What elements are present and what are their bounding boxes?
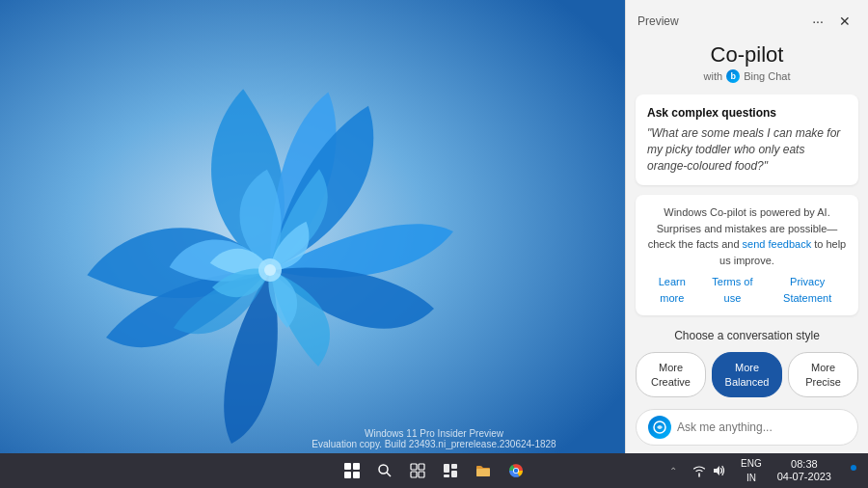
svg-point-2: [264, 264, 276, 276]
region-label: IN: [746, 473, 756, 483]
svg-rect-13: [451, 471, 457, 477]
svg-point-17: [514, 469, 518, 473]
language-label: ENG: [741, 458, 762, 469]
svg-point-4: [379, 465, 388, 474]
svg-point-18: [851, 465, 856, 471]
chat-input-container: [636, 409, 858, 446]
taskbar-center: [339, 457, 529, 484]
taskbar: ⌃ ENG IN 08:38 04-07-2023: [0, 453, 868, 488]
windows-logo-icon: [344, 463, 360, 478]
show-hidden-icons-button[interactable]: ⌃: [664, 464, 683, 478]
clock-area[interactable]: 08:38 04-07-2023: [772, 456, 837, 485]
copilot-close-button[interactable]: ✕: [833, 10, 856, 33]
svg-line-5: [387, 473, 391, 476]
learn-more-link[interactable]: Learn more: [647, 274, 697, 306]
svg-rect-9: [419, 472, 424, 477]
copilot-footer: [626, 401, 868, 453]
copilot-body: Ask complex questions "What are some mea…: [626, 95, 868, 401]
style-more-balanced-button[interactable]: MoreBalanced: [712, 352, 782, 397]
terms-of-use-link[interactable]: Terms of use: [705, 274, 761, 306]
windows-watermark: Windows 11 Pro Insider Preview Evaluatio…: [312, 428, 556, 449]
complex-questions-text: "What are some meals I can make for my p…: [647, 125, 847, 174]
copilot-title: Co-pilot: [711, 42, 784, 68]
notification-icon: [844, 464, 857, 477]
svg-rect-10: [444, 464, 449, 473]
copilot-more-button[interactable]: ···: [806, 10, 829, 33]
clock-time: 08:38: [791, 458, 818, 471]
network-icon: [692, 464, 706, 477]
conversation-style-section: Choose a conversation style MoreCreative…: [636, 325, 858, 401]
svg-rect-11: [451, 464, 457, 469]
file-explorer-button[interactable]: [470, 457, 497, 484]
ai-notice-links: Learn more Terms of use Privacy Statemen…: [647, 274, 847, 306]
privacy-statement-link[interactable]: Privacy Statement: [768, 274, 847, 306]
copilot-title-area: Co-pilot with b Bing Chat: [626, 39, 868, 95]
copilot-panel: Preview ··· ✕ Co-pilot with b Bing Chat …: [625, 0, 868, 453]
copilot-preview-label: Preview: [637, 14, 679, 28]
search-taskbar-button[interactable]: [371, 457, 398, 484]
style-title: Choose a conversation style: [636, 329, 858, 342]
style-buttons-group: MoreCreative MoreBalanced MorePrecise: [636, 352, 858, 397]
copilot-header-actions: ··· ✕: [806, 10, 856, 33]
widgets-button[interactable]: [437, 457, 464, 484]
copilot-chat-icon: [648, 416, 671, 439]
copilot-subtitle: with b Bing Chat: [704, 69, 791, 83]
volume-icon: [712, 464, 725, 477]
system-icons-group[interactable]: [687, 462, 731, 479]
desktop-wallpaper: [0, 0, 627, 453]
style-more-creative-button[interactable]: MoreCreative: [636, 352, 706, 397]
send-feedback-link[interactable]: send feedback: [743, 238, 812, 250]
svg-rect-8: [411, 472, 417, 477]
copilot-brand-label: Bing Chat: [744, 70, 790, 82]
ai-notice-text: Windows Co-pilot is powered by AI. Surpr…: [648, 206, 847, 266]
svg-rect-6: [411, 464, 417, 470]
complex-questions-title: Ask complex questions: [647, 106, 847, 120]
clock-date: 04-07-2023: [777, 471, 831, 483]
task-view-button[interactable]: [404, 457, 431, 484]
notification-center-button[interactable]: [841, 457, 860, 484]
start-button[interactable]: [339, 457, 366, 484]
language-indicator[interactable]: ENG IN: [735, 456, 768, 485]
complex-questions-card: Ask complex questions "What are some mea…: [636, 95, 858, 185]
svg-rect-14: [476, 469, 490, 476]
svg-rect-12: [444, 474, 449, 477]
svg-rect-7: [419, 464, 424, 470]
bing-logo-icon: b: [726, 69, 740, 83]
copilot-header: Preview ··· ✕: [626, 0, 868, 39]
copilot-with-label: with: [704, 70, 723, 82]
chat-input-field[interactable]: [677, 420, 848, 434]
taskbar-right: ⌃ ENG IN 08:38 04-07-2023: [664, 456, 860, 485]
chrome-button[interactable]: [502, 457, 529, 484]
style-more-precise-button[interactable]: MorePrecise: [788, 352, 858, 397]
ai-notice-card: Windows Co-pilot is powered by AI. Surpr…: [636, 195, 858, 315]
